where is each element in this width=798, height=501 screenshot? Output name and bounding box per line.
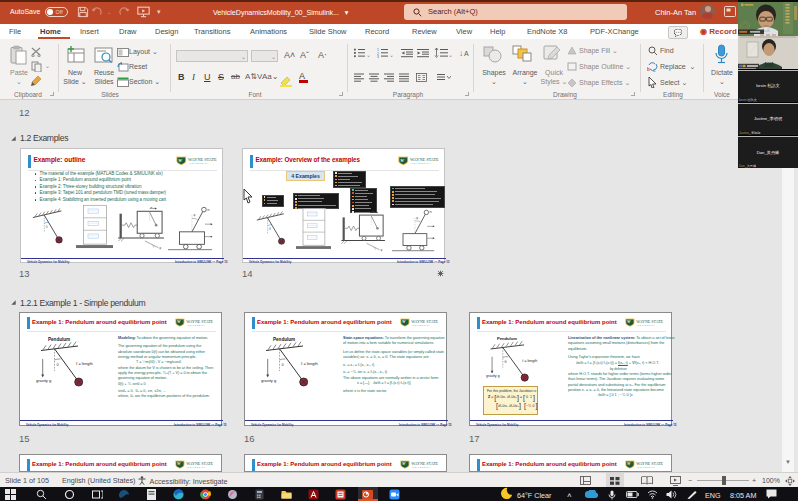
- svg-text:b: b: [647, 66, 650, 72]
- svg-text:3: 3: [377, 55, 379, 58]
- svg-text:A: A: [464, 50, 469, 57]
- svg-text:↓: ↓: [459, 49, 463, 58]
